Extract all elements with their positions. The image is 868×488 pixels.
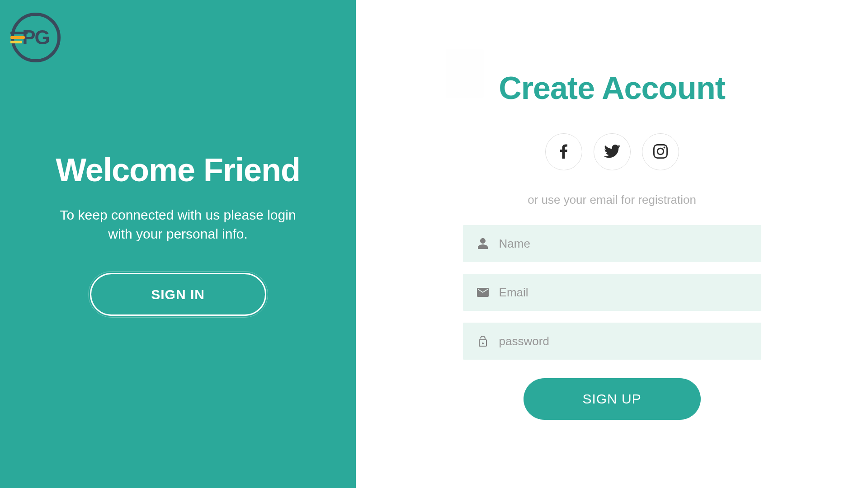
- sign-up-button[interactable]: SIGN UP: [524, 378, 701, 420]
- instagram-icon: [653, 144, 668, 160]
- logo: PG: [11, 13, 61, 62]
- sign-in-button[interactable]: SIGN IN: [90, 273, 266, 316]
- facebook-login-button[interactable]: [545, 133, 582, 170]
- welcome-subtext: To keep connected with us please login w…: [56, 206, 300, 244]
- user-icon: [476, 238, 489, 249]
- logo-circle: PG: [11, 13, 61, 62]
- welcome-panel: PG Welcome Friend To keep connected with…: [0, 0, 356, 488]
- signup-panel: Create Account or use your email for reg…: [356, 0, 868, 488]
- svg-point-0: [663, 146, 665, 148]
- twitter-icon: [604, 145, 620, 160]
- password-input-group: [463, 323, 761, 360]
- name-input-group: [463, 225, 761, 262]
- password-input[interactable]: [499, 334, 748, 348]
- lock-icon: [476, 335, 489, 347]
- social-login-row: [545, 133, 679, 170]
- decorative-box: [446, 50, 483, 97]
- email-input-group: [463, 274, 761, 311]
- email-input[interactable]: [499, 286, 748, 300]
- twitter-login-button[interactable]: [594, 133, 631, 170]
- facebook-icon: [560, 144, 567, 160]
- name-input[interactable]: [499, 237, 748, 251]
- divider-text: or use your email for registration: [528, 193, 696, 207]
- envelope-icon: [476, 288, 489, 297]
- create-account-heading: Create Account: [499, 70, 725, 106]
- welcome-heading: Welcome Friend: [56, 151, 300, 188]
- instagram-login-button[interactable]: [642, 133, 679, 170]
- logo-stripes: [10, 32, 28, 45]
